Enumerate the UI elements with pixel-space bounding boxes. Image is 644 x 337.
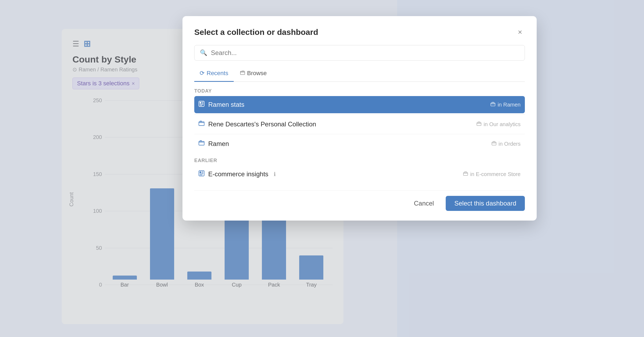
search-icon: 🔍 — [200, 49, 207, 56]
svg-rect-4 — [202, 103, 203, 104]
recents-icon: ⟳ — [200, 70, 204, 77]
select-dashboard-button[interactable]: Select this dashboard — [446, 196, 525, 211]
svg-rect-6 — [200, 105, 202, 106]
list-item-ramen-stats[interactable]: Ramen stats in Ramen — [194, 96, 525, 113]
modal: Select a collection or dashboard × 🔍 ⟳ R… — [182, 16, 537, 221]
location-icon-ecommerce — [463, 171, 468, 177]
divider-2 — [194, 134, 525, 134]
svg-rect-11 — [492, 142, 496, 145]
browse-icon — [240, 70, 245, 77]
svg-rect-3 — [202, 102, 203, 102]
list-item-rene-personal[interactable]: Rene Descartes's Personal Collection in … — [194, 116, 525, 133]
location-icon-ramen-stats — [491, 102, 495, 108]
close-button[interactable]: × — [515, 27, 525, 38]
tab-browse[interactable]: Browse — [235, 67, 272, 82]
svg-rect-2 — [200, 102, 201, 104]
modal-header: Select a collection or dashboard × — [194, 27, 525, 38]
list-item-ramen[interactable]: Ramen in Orders — [194, 135, 525, 152]
divider-1 — [194, 114, 525, 115]
svg-rect-16 — [200, 174, 203, 174]
location-icon-rene — [477, 121, 481, 127]
svg-rect-10 — [199, 141, 204, 145]
search-input[interactable] — [211, 49, 519, 57]
svg-rect-13 — [200, 171, 201, 173]
today-label: Today — [194, 88, 525, 94]
modal-footer: Cancel Select this dashboard — [194, 190, 525, 211]
location-icon-ramen — [492, 141, 496, 147]
folder-icon-rene — [199, 120, 204, 128]
svg-rect-15 — [202, 173, 203, 173]
svg-rect-0 — [240, 71, 245, 75]
svg-rect-18 — [463, 173, 468, 175]
tabs-row: ⟳ Recents Browse — [194, 67, 525, 82]
svg-rect-7 — [491, 103, 495, 106]
svg-rect-14 — [202, 171, 203, 172]
tab-recents[interactable]: ⟳ Recents — [194, 67, 234, 82]
svg-rect-9 — [477, 123, 481, 126]
info-icon-ecommerce[interactable]: ℹ — [274, 171, 276, 177]
search-box: 🔍 — [194, 45, 525, 61]
modal-title: Select a collection or dashboard — [194, 28, 318, 37]
list-item-ecommerce[interactable]: E-commerce insights ℹ in E-commerce Stor… — [194, 166, 525, 183]
folder-icon-ramen — [199, 140, 204, 148]
cancel-button[interactable]: Cancel — [406, 196, 441, 211]
dashboard-icon-ramen-stats — [199, 101, 204, 108]
svg-rect-17 — [200, 175, 202, 175]
svg-rect-5 — [200, 104, 203, 105]
earlier-label: Earlier — [194, 158, 525, 163]
dashboard-icon-ecommerce — [199, 170, 204, 178]
